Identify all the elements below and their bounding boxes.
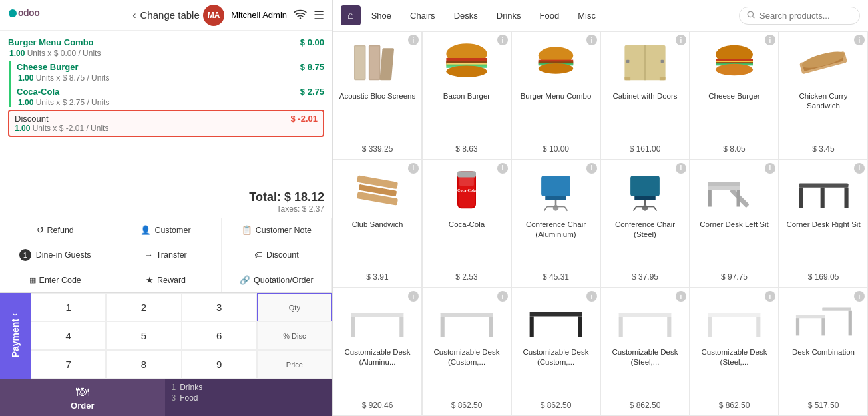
home-category-button[interactable]: ⌂	[341, 5, 361, 25]
discount-item[interactable]: Discount 1.00 Units x $ -2.01 / Units $ …	[8, 110, 324, 137]
enter-code-button[interactable]: ▦ Enter Code	[0, 268, 110, 292]
svg-line-55	[634, 207, 636, 211]
discount-button[interactable]: 🏷 Discount	[222, 242, 332, 268]
numpad-9[interactable]: 9	[182, 350, 257, 379]
info-badge[interactable]: i	[854, 291, 865, 302]
numpad-3[interactable]: 3	[182, 293, 257, 321]
numpad-disc[interactable]: % Disc	[257, 321, 332, 350]
numpad-8[interactable]: 8	[106, 350, 181, 379]
tab-item-food: 3 Food	[172, 393, 326, 403]
info-badge[interactable]: i	[765, 291, 775, 302]
svg-line-49	[564, 207, 567, 211]
reward-button[interactable]: ★ Reward	[110, 268, 221, 292]
product-acoustic-bloc-screens[interactable]: i Acoustic Bloc Screens $ 339.25	[333, 31, 422, 160]
customer-icon: 👤	[140, 225, 151, 235]
product-chicken-curry-sandwich[interactable]: i Chicken Curry Sandwich $ 3.45	[779, 31, 868, 160]
svg-rect-5	[355, 46, 365, 79]
product-customizable-desk-custom2[interactable]: i Customizable Desk (Custom,... $ 862.50	[511, 288, 600, 416]
product-customizable-desk-steel1[interactable]: i Customizable Desk (Steel,... $ 862.50	[600, 288, 690, 416]
product-customizable-desk-custom1[interactable]: i Customizable Desk (Custom,... $ 862.50	[422, 288, 511, 416]
category-desks[interactable]: Desks	[446, 7, 486, 25]
search-area[interactable]	[739, 7, 860, 25]
svg-rect-69	[441, 313, 493, 317]
info-badge[interactable]: i	[497, 35, 508, 45]
info-badge[interactable]: i	[497, 163, 508, 174]
svg-point-46	[553, 205, 559, 211]
category-bar: ⌂ Shoe Chairs Desks Drinks Food Misc	[333, 0, 868, 31]
svg-point-14	[446, 65, 487, 77]
product-corner-desk-right[interactable]: i Corner Desk Right Sit $ 169.05	[779, 160, 868, 288]
product-bacon-burger[interactable]: i Bacon Burger $ 8.63	[422, 31, 511, 160]
category-drinks[interactable]: Drinks	[489, 7, 529, 25]
numpad-2[interactable]: 2	[106, 293, 181, 321]
info-badge[interactable]: i	[676, 35, 686, 45]
customer-button[interactable]: 👤 Customer	[110, 218, 221, 242]
info-badge[interactable]: i	[854, 163, 865, 174]
info-badge[interactable]: i	[586, 163, 597, 174]
product-customizable-desk-alum[interactable]: i Customizable Desk (Aluminu... $ 920.46	[333, 288, 422, 416]
product-coca-cola[interactable]: i Coca-Cola Coca-Cola $ 2.53	[422, 160, 511, 288]
product-desk-combination[interactable]: i Desk Combination $ 517.50	[779, 288, 868, 416]
product-corner-desk-left[interactable]: i Corner Desk Left Sit $ 97.75	[690, 160, 779, 288]
category-shoe[interactable]: Shoe	[363, 7, 399, 25]
numpad-6[interactable]: 6	[182, 321, 257, 350]
refund-button[interactable]: ↺ Refund	[0, 218, 110, 242]
order-tab[interactable]: 🍽 Order	[0, 379, 165, 416]
order-item[interactable]: Coca-Cola $ 2.75 1.00 Units x $ 2.75 / U…	[17, 85, 324, 107]
svg-rect-66	[351, 313, 404, 317]
info-badge[interactable]: i	[586, 291, 597, 302]
numpad-1[interactable]: 1	[31, 293, 106, 321]
category-misc[interactable]: Misc	[570, 7, 604, 25]
odoo-logo: odoo	[8, 5, 48, 25]
product-club-sandwich[interactable]: i Club Sandwich $ 3.91	[333, 160, 422, 288]
info-badge[interactable]: i	[765, 35, 775, 45]
product-customizable-desk-steel2[interactable]: i Customizable Desk (Steel,... $ 862.50	[690, 288, 779, 416]
numpad-5[interactable]: 5	[106, 321, 181, 350]
change-table-button[interactable]: ‹ Change table	[132, 9, 200, 21]
info-badge[interactable]: i	[854, 35, 865, 45]
category-food[interactable]: Food	[532, 7, 568, 25]
svg-rect-68	[399, 317, 403, 337]
bottom-tabs: 🍽 Order 1 Drinks 3 Food	[0, 379, 332, 416]
order-item[interactable]: Burger Menu Combo $ 0.00 1.00 Units x $ …	[8, 36, 324, 58]
payment-button[interactable]: › Payment	[0, 293, 31, 379]
quotation-order-button[interactable]: 🔗 Quotation/Order	[222, 268, 332, 292]
numpad-7[interactable]: 7	[31, 350, 106, 379]
product-conference-chair-steel[interactable]: i Conference Chair (Steel) $ 37.95	[600, 160, 690, 288]
svg-rect-67	[351, 317, 355, 337]
info-badge[interactable]: i	[408, 291, 419, 302]
transfer-button[interactable]: → Transfer	[110, 242, 221, 268]
numpad-4[interactable]: 4	[31, 321, 106, 350]
order-item[interactable]: Cheese Burger $ 8.75 1.00 Units x $ 8.75…	[17, 61, 324, 83]
info-badge[interactable]: i	[408, 163, 419, 174]
info-badge[interactable]: i	[586, 35, 597, 45]
menu-icon[interactable]: ☰	[314, 8, 324, 23]
svg-rect-80	[756, 317, 760, 337]
info-badge[interactable]: i	[408, 35, 419, 45]
dine-in-guests-button[interactable]: 1 Dine-in Guests	[0, 242, 110, 268]
info-badge[interactable]: i	[676, 291, 686, 302]
quotation-icon: 🔗	[240, 275, 250, 285]
numpad-price[interactable]: Price	[257, 350, 332, 379]
numpad-qty[interactable]: Qty	[257, 293, 332, 321]
svg-rect-43	[541, 176, 570, 196]
svg-rect-78	[708, 313, 761, 317]
product-cabinet-with-doors[interactable]: i Cabinet with Doors $ 161.00	[600, 31, 690, 160]
info-badge[interactable]: i	[765, 163, 775, 174]
search-input[interactable]	[760, 11, 853, 21]
info-badge[interactable]: i	[497, 291, 508, 302]
product-conference-chair-aluminium[interactable]: i Conference Chair (Aluminium) $ 45.31	[511, 160, 600, 288]
product-burger-menu-combo[interactable]: i Burger Menu Combo $ 10.00	[511, 31, 600, 160]
note-icon: 📋	[242, 225, 252, 235]
svg-point-53	[642, 205, 648, 211]
customer-note-button[interactable]: 📋 Customer Note	[222, 218, 332, 242]
svg-rect-42	[459, 178, 474, 186]
info-badge[interactable]: i	[676, 163, 686, 174]
svg-rect-74	[578, 316, 582, 337]
product-cheese-burger[interactable]: i Cheese Burger $ 8.05	[690, 31, 779, 160]
refund-icon: ↺	[37, 225, 44, 235]
order-items-list: Burger Menu Combo $ 0.00 1.00 Units x $ …	[0, 31, 332, 186]
category-chairs[interactable]: Chairs	[402, 7, 443, 25]
svg-point-3	[748, 11, 753, 17]
back-arrow-icon: ‹	[132, 9, 136, 21]
